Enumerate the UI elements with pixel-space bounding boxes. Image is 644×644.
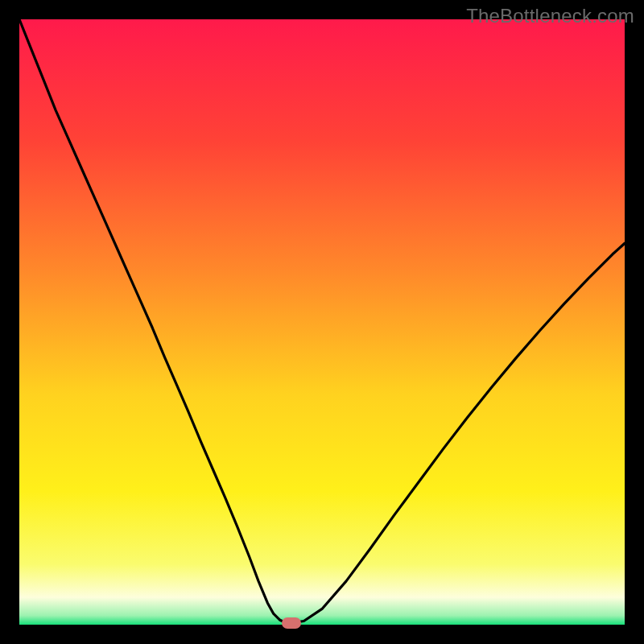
- watermark-text: TheBottleneck.com: [466, 5, 634, 27]
- chart-background: [19, 19, 625, 625]
- chart-svg: [19, 19, 625, 625]
- chart-frame: TheBottleneck.com: [0, 0, 644, 644]
- plot-area: [19, 19, 625, 625]
- optimal-point-marker: [282, 617, 301, 629]
